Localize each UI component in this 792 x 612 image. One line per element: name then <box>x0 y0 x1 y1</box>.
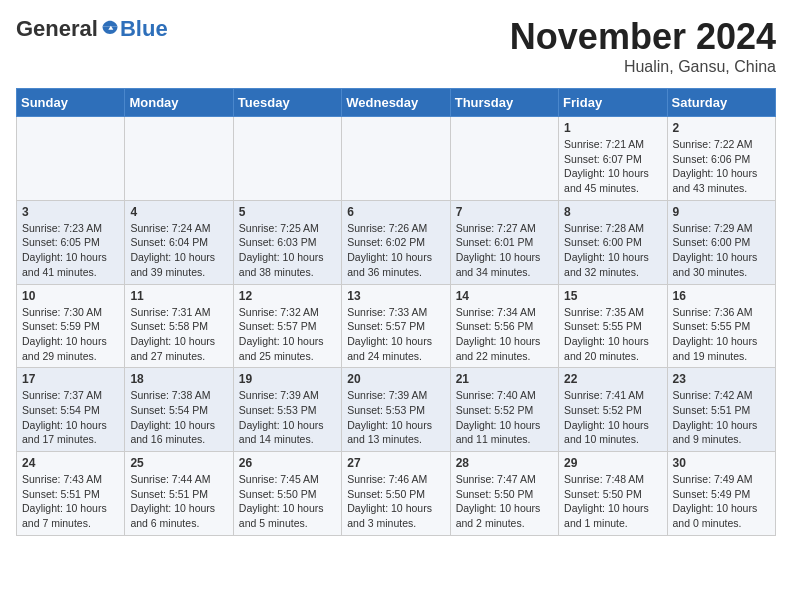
calendar-cell-w1-d0: 3Sunrise: 7:23 AMSunset: 6:05 PMDaylight… <box>17 200 125 284</box>
day-info: Sunrise: 7:33 AMSunset: 5:57 PMDaylight:… <box>347 305 444 364</box>
day-info: Sunrise: 7:22 AMSunset: 6:06 PMDaylight:… <box>673 137 770 196</box>
calendar-cell-w0-d5: 1Sunrise: 7:21 AMSunset: 6:07 PMDaylight… <box>559 117 667 201</box>
calendar-week-row-0: 1Sunrise: 7:21 AMSunset: 6:07 PMDaylight… <box>17 117 776 201</box>
day-info: Sunrise: 7:31 AMSunset: 5:58 PMDaylight:… <box>130 305 227 364</box>
day-info: Sunrise: 7:45 AMSunset: 5:50 PMDaylight:… <box>239 472 336 531</box>
day-info: Sunrise: 7:26 AMSunset: 6:02 PMDaylight:… <box>347 221 444 280</box>
day-info: Sunrise: 7:41 AMSunset: 5:52 PMDaylight:… <box>564 388 661 447</box>
day-info: Sunrise: 7:42 AMSunset: 5:51 PMDaylight:… <box>673 388 770 447</box>
calendar-week-row-1: 3Sunrise: 7:23 AMSunset: 6:05 PMDaylight… <box>17 200 776 284</box>
weekday-tuesday: Tuesday <box>233 89 341 117</box>
day-info: Sunrise: 7:24 AMSunset: 6:04 PMDaylight:… <box>130 221 227 280</box>
day-number: 8 <box>564 205 661 219</box>
calendar-cell-w1-d1: 4Sunrise: 7:24 AMSunset: 6:04 PMDaylight… <box>125 200 233 284</box>
day-number: 19 <box>239 372 336 386</box>
day-number: 5 <box>239 205 336 219</box>
calendar-cell-w0-d6: 2Sunrise: 7:22 AMSunset: 6:06 PMDaylight… <box>667 117 775 201</box>
calendar-table: Sunday Monday Tuesday Wednesday Thursday… <box>16 88 776 536</box>
logo-blue-text: Blue <box>120 16 168 42</box>
calendar-cell-w0-d3 <box>342 117 450 201</box>
calendar-cell-w1-d3: 6Sunrise: 7:26 AMSunset: 6:02 PMDaylight… <box>342 200 450 284</box>
day-info: Sunrise: 7:25 AMSunset: 6:03 PMDaylight:… <box>239 221 336 280</box>
calendar-cell-w4-d6: 30Sunrise: 7:49 AMSunset: 5:49 PMDayligh… <box>667 452 775 536</box>
header: General Blue November 2024 Hualin, Gansu… <box>16 16 776 76</box>
logo: General Blue <box>16 16 168 42</box>
calendar-cell-w1-d2: 5Sunrise: 7:25 AMSunset: 6:03 PMDaylight… <box>233 200 341 284</box>
day-number: 7 <box>456 205 553 219</box>
day-info: Sunrise: 7:32 AMSunset: 5:57 PMDaylight:… <box>239 305 336 364</box>
day-number: 27 <box>347 456 444 470</box>
calendar-cell-w3-d4: 21Sunrise: 7:40 AMSunset: 5:52 PMDayligh… <box>450 368 558 452</box>
day-number: 6 <box>347 205 444 219</box>
calendar-cell-w1-d6: 9Sunrise: 7:29 AMSunset: 6:00 PMDaylight… <box>667 200 775 284</box>
day-info: Sunrise: 7:43 AMSunset: 5:51 PMDaylight:… <box>22 472 119 531</box>
calendar-cell-w0-d2 <box>233 117 341 201</box>
day-info: Sunrise: 7:28 AMSunset: 6:00 PMDaylight:… <box>564 221 661 280</box>
calendar-cell-w2-d1: 11Sunrise: 7:31 AMSunset: 5:58 PMDayligh… <box>125 284 233 368</box>
day-number: 15 <box>564 289 661 303</box>
calendar-cell-w2-d0: 10Sunrise: 7:30 AMSunset: 5:59 PMDayligh… <box>17 284 125 368</box>
day-number: 17 <box>22 372 119 386</box>
calendar-cell-w2-d4: 14Sunrise: 7:34 AMSunset: 5:56 PMDayligh… <box>450 284 558 368</box>
day-number: 2 <box>673 121 770 135</box>
day-info: Sunrise: 7:38 AMSunset: 5:54 PMDaylight:… <box>130 388 227 447</box>
day-info: Sunrise: 7:49 AMSunset: 5:49 PMDaylight:… <box>673 472 770 531</box>
calendar-cell-w0-d4 <box>450 117 558 201</box>
calendar-cell-w4-d1: 25Sunrise: 7:44 AMSunset: 5:51 PMDayligh… <box>125 452 233 536</box>
day-number: 23 <box>673 372 770 386</box>
calendar-cell-w2-d3: 13Sunrise: 7:33 AMSunset: 5:57 PMDayligh… <box>342 284 450 368</box>
day-info: Sunrise: 7:23 AMSunset: 6:05 PMDaylight:… <box>22 221 119 280</box>
weekday-thursday: Thursday <box>450 89 558 117</box>
logo-general-text: General <box>16 16 98 42</box>
day-info: Sunrise: 7:48 AMSunset: 5:50 PMDaylight:… <box>564 472 661 531</box>
day-number: 29 <box>564 456 661 470</box>
calendar-cell-w3-d0: 17Sunrise: 7:37 AMSunset: 5:54 PMDayligh… <box>17 368 125 452</box>
day-number: 4 <box>130 205 227 219</box>
calendar-cell-w2-d5: 15Sunrise: 7:35 AMSunset: 5:55 PMDayligh… <box>559 284 667 368</box>
weekday-monday: Monday <box>125 89 233 117</box>
day-info: Sunrise: 7:29 AMSunset: 6:00 PMDaylight:… <box>673 221 770 280</box>
day-info: Sunrise: 7:39 AMSunset: 5:53 PMDaylight:… <box>239 388 336 447</box>
day-number: 11 <box>130 289 227 303</box>
day-number: 10 <box>22 289 119 303</box>
day-info: Sunrise: 7:44 AMSunset: 5:51 PMDaylight:… <box>130 472 227 531</box>
location-subtitle: Hualin, Gansu, China <box>510 58 776 76</box>
calendar-cell-w4-d3: 27Sunrise: 7:46 AMSunset: 5:50 PMDayligh… <box>342 452 450 536</box>
day-info: Sunrise: 7:35 AMSunset: 5:55 PMDaylight:… <box>564 305 661 364</box>
calendar-cell-w3-d6: 23Sunrise: 7:42 AMSunset: 5:51 PMDayligh… <box>667 368 775 452</box>
day-info: Sunrise: 7:47 AMSunset: 5:50 PMDaylight:… <box>456 472 553 531</box>
day-info: Sunrise: 7:36 AMSunset: 5:55 PMDaylight:… <box>673 305 770 364</box>
calendar-cell-w4-d0: 24Sunrise: 7:43 AMSunset: 5:51 PMDayligh… <box>17 452 125 536</box>
page: General Blue November 2024 Hualin, Gansu… <box>0 0 792 552</box>
day-info: Sunrise: 7:30 AMSunset: 5:59 PMDaylight:… <box>22 305 119 364</box>
day-number: 28 <box>456 456 553 470</box>
calendar-cell-w4-d5: 29Sunrise: 7:48 AMSunset: 5:50 PMDayligh… <box>559 452 667 536</box>
day-number: 30 <box>673 456 770 470</box>
day-number: 24 <box>22 456 119 470</box>
weekday-friday: Friday <box>559 89 667 117</box>
calendar-cell-w2-d2: 12Sunrise: 7:32 AMSunset: 5:57 PMDayligh… <box>233 284 341 368</box>
calendar-cell-w4-d4: 28Sunrise: 7:47 AMSunset: 5:50 PMDayligh… <box>450 452 558 536</box>
day-info: Sunrise: 7:46 AMSunset: 5:50 PMDaylight:… <box>347 472 444 531</box>
day-number: 21 <box>456 372 553 386</box>
calendar-cell-w0-d0 <box>17 117 125 201</box>
day-number: 26 <box>239 456 336 470</box>
calendar-week-row-3: 17Sunrise: 7:37 AMSunset: 5:54 PMDayligh… <box>17 368 776 452</box>
day-number: 12 <box>239 289 336 303</box>
day-number: 22 <box>564 372 661 386</box>
weekday-sunday: Sunday <box>17 89 125 117</box>
day-info: Sunrise: 7:39 AMSunset: 5:53 PMDaylight:… <box>347 388 444 447</box>
calendar-cell-w3-d2: 19Sunrise: 7:39 AMSunset: 5:53 PMDayligh… <box>233 368 341 452</box>
calendar-cell-w3-d3: 20Sunrise: 7:39 AMSunset: 5:53 PMDayligh… <box>342 368 450 452</box>
title-block: November 2024 Hualin, Gansu, China <box>510 16 776 76</box>
day-number: 18 <box>130 372 227 386</box>
calendar-cell-w1-d4: 7Sunrise: 7:27 AMSunset: 6:01 PMDaylight… <box>450 200 558 284</box>
day-number: 3 <box>22 205 119 219</box>
day-info: Sunrise: 7:34 AMSunset: 5:56 PMDaylight:… <box>456 305 553 364</box>
day-number: 14 <box>456 289 553 303</box>
day-number: 20 <box>347 372 444 386</box>
calendar-week-row-4: 24Sunrise: 7:43 AMSunset: 5:51 PMDayligh… <box>17 452 776 536</box>
weekday-wednesday: Wednesday <box>342 89 450 117</box>
logo-icon <box>100 19 120 39</box>
calendar-cell-w4-d2: 26Sunrise: 7:45 AMSunset: 5:50 PMDayligh… <box>233 452 341 536</box>
